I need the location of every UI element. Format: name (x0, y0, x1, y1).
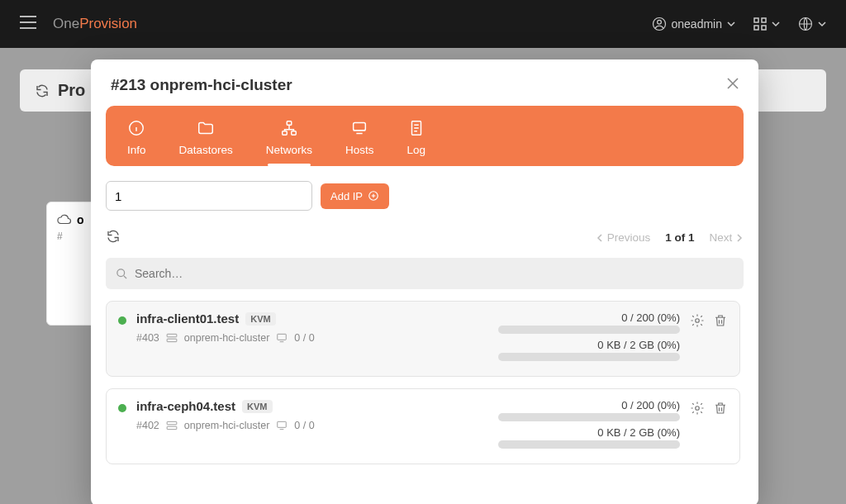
trash-icon (713, 401, 728, 416)
brand-provision: Provision (79, 16, 137, 31)
gear-icon (690, 313, 705, 328)
trash-icon (713, 313, 728, 328)
pager-previous[interactable]: Previous (596, 231, 650, 244)
folder-icon (197, 119, 215, 137)
svg-rect-19 (167, 421, 177, 424)
provision-detail-modal: #213 onprem-hci-cluster Info Datastores … (91, 59, 758, 504)
tab-bar: Info Datastores Networks Hosts Log (106, 106, 744, 166)
tab-info[interactable]: Info (111, 114, 163, 166)
svg-rect-9 (283, 131, 288, 136)
host-row[interactable]: infra-ceph04.test KVM #402 onprem-hci-cl… (106, 388, 740, 464)
host-list: infra-client01.test KVM #403 onprem-hci-… (106, 301, 744, 504)
svg-rect-8 (287, 121, 292, 126)
brand-one: One (53, 16, 79, 31)
apps-menu[interactable] (753, 17, 780, 31)
host-vms: 0 / 0 (294, 420, 314, 431)
chevron-down-icon (727, 20, 735, 28)
search-icon (116, 268, 128, 280)
chevron-down-icon (818, 20, 826, 28)
chevron-right-icon (735, 234, 744, 242)
svg-rect-17 (278, 334, 287, 340)
info-icon (127, 119, 145, 137)
configure-button[interactable] (690, 401, 705, 419)
tab-datastores[interactable]: Datastores (163, 114, 250, 166)
svg-rect-16 (167, 339, 177, 342)
host-cluster: onprem-hci-cluster (184, 332, 270, 344)
svg-rect-20 (167, 426, 177, 430)
monitor-icon (276, 421, 288, 430)
host-id: #403 (136, 332, 159, 344)
hypervisor-badge: KVM (245, 312, 275, 326)
hosts-icon (350, 119, 368, 137)
pager-next[interactable]: Next (709, 231, 744, 244)
host-vms: 0 / 0 (294, 332, 314, 344)
svg-point-14 (117, 269, 125, 276)
host-name: infra-ceph04.test (136, 399, 235, 413)
tab-label: Log (407, 144, 426, 156)
log-icon (407, 119, 425, 137)
add-ip-label: Add IP (330, 190, 363, 202)
tab-label: Hosts (345, 144, 374, 156)
host-row[interactable]: infra-client01.test KVM #403 onprem-hci-… (106, 301, 740, 377)
mem-bar (498, 353, 680, 361)
svg-rect-2 (754, 18, 758, 22)
svg-rect-21 (278, 421, 287, 427)
gear-icon (690, 401, 705, 416)
datastore-icon (166, 333, 178, 343)
language-menu[interactable] (798, 17, 826, 31)
delete-button[interactable] (713, 401, 728, 419)
mem-text: 0 KB / 2 GB (0%) (498, 339, 680, 351)
chevron-down-icon (772, 20, 780, 28)
delete-button[interactable] (713, 313, 728, 331)
plus-circle-icon (368, 190, 379, 202)
refresh-icon (106, 229, 121, 244)
host-id: #402 (136, 420, 159, 431)
cpu-text: 0 / 200 (0%) (498, 311, 680, 324)
search-box[interactable] (106, 258, 744, 289)
mem-bar (498, 440, 680, 449)
page-title: Pro (58, 81, 85, 100)
datastore-icon (166, 421, 178, 430)
tab-label: Info (127, 144, 146, 156)
hypervisor-badge: KVM (242, 400, 272, 413)
tab-hosts[interactable]: Hosts (329, 114, 391, 166)
tab-label: Datastores (179, 144, 233, 156)
pager: Previous 1 of 1 Next (596, 231, 744, 244)
host-cluster: onprem-hci-cluster (184, 420, 270, 431)
brand: OneProvision (53, 16, 137, 32)
add-ip-button[interactable]: Add IP (321, 183, 389, 209)
modal-title: #213 onprem-hci-cluster (111, 76, 292, 94)
card-name: o (77, 213, 84, 226)
monitor-icon (276, 333, 288, 343)
cloud-icon (57, 212, 72, 227)
search-input[interactable] (135, 267, 734, 280)
pager-status: 1 of 1 (665, 231, 694, 244)
refresh-icon (35, 83, 50, 98)
host-name: infra-client01.test (136, 311, 239, 326)
svg-rect-4 (754, 26, 758, 30)
menu-icon[interactable] (20, 16, 36, 32)
networks-icon (280, 119, 298, 137)
svg-rect-10 (292, 131, 297, 136)
status-dot (118, 316, 126, 325)
tab-label: Networks (266, 144, 312, 156)
close-icon[interactable] (727, 78, 739, 93)
tab-networks[interactable]: Networks (250, 114, 329, 166)
refresh-button[interactable] (106, 229, 121, 246)
cpu-bar (498, 326, 680, 334)
svg-point-1 (657, 20, 661, 24)
configure-button[interactable] (690, 313, 705, 331)
mem-text: 0 KB / 2 GB (0%) (498, 426, 680, 439)
svg-rect-15 (167, 334, 177, 337)
user-name: oneadmin (672, 17, 723, 31)
ip-count-input[interactable] (106, 181, 312, 211)
tab-log[interactable]: Log (391, 114, 443, 166)
user-menu[interactable]: oneadmin (652, 17, 736, 31)
cpu-bar (498, 413, 680, 421)
svg-rect-3 (762, 18, 766, 22)
cpu-text: 0 / 200 (0%) (498, 399, 680, 411)
svg-rect-11 (354, 123, 366, 131)
svg-rect-5 (762, 26, 766, 30)
svg-point-22 (696, 407, 700, 411)
topbar: OneProvision oneadmin (0, 0, 846, 48)
